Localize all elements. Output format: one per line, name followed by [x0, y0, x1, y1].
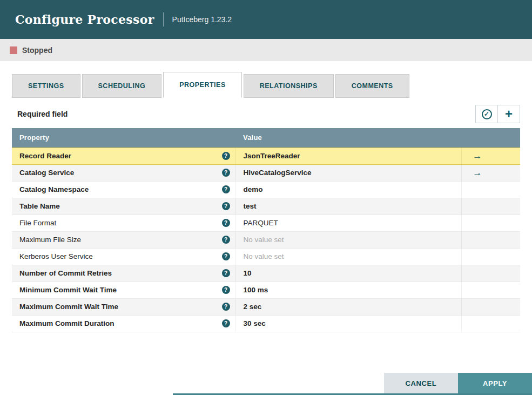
table-header-row: Property Value — [12, 128, 520, 148]
title-divider — [163, 12, 164, 26]
property-value[interactable]: 2 sec — [235, 298, 462, 315]
property-name: Minimum Commit Wait Time — [19, 286, 117, 294]
property-name: Number of Commit Retries — [19, 269, 112, 277]
configure-processor-dialog: Configure Processor PutIceberg 1.23.2 St… — [0, 0, 532, 332]
property-value[interactable]: No value set — [235, 248, 462, 265]
tab-properties[interactable]: PROPERTIES — [163, 72, 242, 98]
properties-table: Property Value Record Reader? JsonTreeRe… — [12, 128, 520, 332]
help-icon[interactable]: ? — [222, 236, 230, 244]
property-row-catalog-namespace[interactable]: Catalog Namespace? demo — [12, 181, 520, 198]
tab-bar: SETTINGS SCHEDULING PROPERTIES RELATIONS… — [0, 72, 532, 98]
property-row-maximum-file-size[interactable]: Maximum File Size? No value set — [12, 231, 520, 248]
help-icon[interactable]: ? — [222, 269, 230, 277]
go-to-service-icon[interactable]: → — [469, 168, 482, 178]
property-value[interactable]: 100 ms — [235, 282, 462, 298]
property-value[interactable]: demo — [235, 181, 462, 198]
tab-relationships[interactable]: RELATIONSHIPS — [244, 74, 334, 98]
property-row-maximum-commit-wait-time[interactable]: Maximum Commit Wait Time? 2 sec — [12, 298, 520, 315]
property-row-minimum-commit-wait-time[interactable]: Minimum Commit Wait Time? 100 ms — [12, 282, 520, 298]
tab-scheduling[interactable]: SCHEDULING — [82, 74, 162, 98]
property-name: Kerberos User Service — [19, 252, 93, 260]
column-header-property: Property — [12, 128, 235, 148]
stopped-status-icon — [10, 46, 17, 54]
property-row-file-format[interactable]: File Format? PARQUET — [12, 215, 520, 231]
required-field-label: Required field — [12, 110, 68, 118]
property-value[interactable]: HiveCatalogService — [235, 164, 462, 181]
property-value[interactable]: PARQUET — [235, 215, 462, 231]
property-row-table-name[interactable]: Table Name? test — [12, 198, 520, 215]
verify-properties-button[interactable]: ✓ — [475, 105, 498, 123]
property-row-number-of-commit-retries[interactable]: Number of Commit Retries? 10 — [12, 265, 520, 282]
help-icon[interactable]: ? — [222, 319, 230, 327]
property-row-maximum-commit-duration[interactable]: Maximum Commit Duration? 30 sec — [12, 315, 520, 332]
property-name: Catalog Service — [19, 169, 74, 177]
properties-toolbar: Required field ✓ + — [0, 104, 532, 124]
property-value[interactable]: JsonTreeReader — [235, 148, 462, 164]
help-icon[interactable]: ? — [222, 202, 230, 210]
tab-comments[interactable]: COMMENTS — [335, 74, 409, 98]
help-icon[interactable]: ? — [222, 286, 230, 294]
property-name: Maximum Commit Wait Time — [19, 303, 118, 311]
help-icon[interactable]: ? — [222, 303, 230, 311]
apply-button[interactable]: APPLY — [458, 373, 532, 393]
column-header-goto — [462, 128, 520, 148]
tab-settings[interactable]: SETTINGS — [12, 74, 80, 98]
property-row-catalog-service[interactable]: Catalog Service? HiveCatalogService → — [12, 164, 520, 181]
status-bar: Stopped — [0, 39, 532, 61]
status-label: Stopped — [22, 46, 52, 55]
property-name: Catalog Namespace — [19, 185, 89, 193]
help-icon[interactable]: ? — [222, 152, 230, 160]
property-value[interactable]: No value set — [235, 231, 462, 248]
property-row-record-reader[interactable]: Record Reader? JsonTreeReader → — [12, 148, 520, 164]
property-name: Table Name — [19, 202, 60, 210]
plus-icon: + — [505, 108, 513, 120]
property-value[interactable]: test — [235, 198, 462, 215]
property-name: File Format — [19, 219, 56, 227]
property-value[interactable]: 30 sec — [235, 315, 462, 332]
column-header-value: Value — [235, 128, 462, 148]
processor-name-version: PutIceberg 1.23.2 — [172, 15, 232, 24]
property-value[interactable]: 10 — [235, 265, 462, 282]
verify-check-icon: ✓ — [482, 109, 492, 119]
property-name: Maximum File Size — [19, 236, 81, 244]
toolbar-buttons: ✓ + — [475, 105, 520, 123]
dialog-header: Configure Processor PutIceberg 1.23.2 — [0, 0, 532, 39]
go-to-service-icon[interactable]: → — [469, 151, 482, 161]
property-name: Maximum Commit Duration — [19, 319, 115, 327]
add-property-button[interactable]: + — [497, 105, 520, 123]
property-row-kerberos-user-service[interactable]: Kerberos User Service? No value set — [12, 248, 520, 265]
help-icon[interactable]: ? — [222, 252, 230, 260]
help-icon[interactable]: ? — [222, 219, 230, 227]
help-icon[interactable]: ? — [222, 169, 230, 177]
dialog-footer: CANCEL APPLY — [384, 373, 532, 393]
help-icon[interactable]: ? — [222, 185, 230, 193]
property-name: Record Reader — [19, 152, 71, 160]
dialog-title: Configure Processor — [15, 12, 154, 26]
cancel-button[interactable]: CANCEL — [384, 373, 458, 393]
